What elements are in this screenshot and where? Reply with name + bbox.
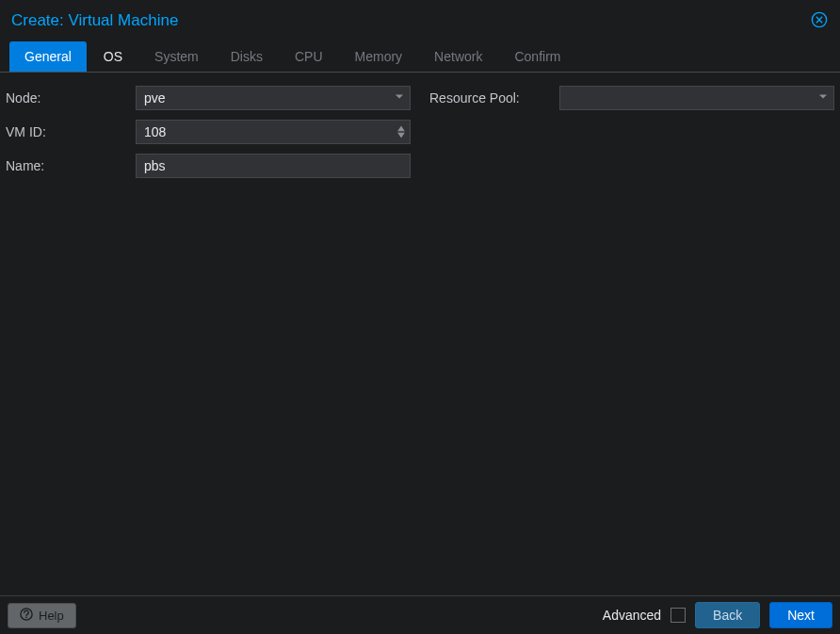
close-button[interactable] (810, 11, 829, 30)
tab-confirm: Confirm (499, 41, 575, 72)
node-select[interactable] (136, 86, 411, 110)
dialog-title: Create: Virtual Machine (11, 11, 178, 30)
next-button-label: Next (787, 608, 815, 623)
name-label: Name: (6, 158, 128, 173)
help-icon (20, 608, 33, 624)
help-button[interactable]: Help (8, 603, 76, 628)
resource-pool-select[interactable] (559, 86, 834, 110)
vmid-label: VM ID: (6, 124, 128, 139)
tab-cpu: CPU (280, 41, 338, 72)
back-button[interactable]: Back (695, 602, 760, 628)
tab-memory: Memory (340, 41, 418, 72)
tab-disks: Disks (216, 41, 278, 72)
advanced-checkbox[interactable] (670, 608, 686, 623)
tab-os[interactable]: OS (89, 41, 137, 72)
name-input[interactable] (136, 154, 411, 178)
footer-bar: Help Advanced Back Next (0, 595, 840, 634)
tab-network: Network (419, 41, 497, 72)
wizard-tabs: GeneralOSSystemDisksCPUMemoryNetworkConf… (0, 38, 840, 73)
resource-pool-label: Resource Pool: (429, 90, 552, 106)
svg-point-4 (25, 616, 27, 618)
tab-system: System (139, 41, 214, 72)
help-button-label: Help (39, 609, 64, 623)
back-button-label: Back (713, 608, 742, 623)
form-panel: Node: VM ID: Name: (0, 73, 840, 595)
node-label: Node: (6, 90, 128, 106)
tab-general[interactable]: General (9, 41, 87, 72)
next-button[interactable]: Next (769, 602, 832, 628)
advanced-label: Advanced (603, 608, 661, 623)
close-icon (811, 11, 828, 31)
vmid-spinner[interactable] (136, 120, 411, 144)
